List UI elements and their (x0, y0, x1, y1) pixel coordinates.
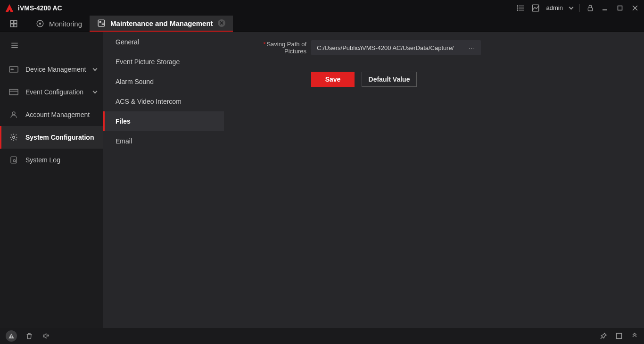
svg-point-5 (517, 9, 518, 10)
pin-icon[interactable] (600, 332, 607, 340)
chevron-down-icon (93, 89, 98, 94)
save-button[interactable]: Save (311, 72, 355, 87)
primary-sidebar: Device Management Event Configuration Ac… (0, 32, 103, 328)
volume-mute-icon[interactable] (41, 332, 50, 340)
tab-maintenance[interactable]: Maintenance and Management ✕ (90, 16, 233, 32)
sidebar-item-label: Event Configuration (25, 88, 83, 96)
close-window-button[interactable] (631, 4, 639, 12)
svg-point-17 (40, 23, 41, 25)
subnav-label: Alarm Sound (116, 78, 154, 85)
svg-rect-26 (9, 89, 18, 95)
sidebar-item-label: System Log (25, 156, 60, 164)
subnav-label: Email (116, 137, 132, 145)
svg-rect-7 (588, 8, 592, 11)
subnav-acs-video-intercom[interactable]: ACS & Video Intercom (103, 92, 224, 111)
svg-rect-9 (618, 6, 622, 10)
title-bar: iVMS-4200 AC admin (0, 0, 644, 16)
app-title: iVMS-4200 AC (18, 4, 62, 12)
tab-strip: Monitoring Maintenance and Management ✕ (0, 16, 644, 32)
content-pane: *Saving Path of Pictures C:/Users/Public… (224, 32, 644, 328)
subnav-general[interactable]: General (103, 32, 224, 52)
subnav-label: General (116, 38, 139, 46)
tab-label: Monitoring (49, 20, 82, 28)
subnav-alarm-sound[interactable]: Alarm Sound (103, 72, 224, 92)
subnav-email[interactable]: Email (103, 131, 224, 151)
user-icon (8, 109, 19, 120)
app-logo-icon (5, 3, 14, 13)
svg-point-4 (517, 8, 518, 8)
svg-point-24 (11, 69, 12, 70)
default-value-button[interactable]: Default Value (362, 72, 417, 87)
saving-path-input[interactable]: C:/Users/Public/iVMS-4200 AC/UserData/Ca… (311, 40, 481, 55)
svg-point-25 (13, 69, 14, 70)
picture-icon[interactable] (531, 4, 540, 12)
settings-subnav: General Event Picture Storage Alarm Soun… (103, 32, 224, 328)
gear-icon (8, 132, 19, 143)
browse-icon[interactable]: ··· (469, 44, 475, 51)
sidebar-item-event-configuration[interactable]: Event Configuration (0, 81, 103, 103)
saving-path-label: *Saving Path of Pictures (240, 41, 306, 55)
sidebar-item-device-management[interactable]: Device Management (0, 58, 103, 81)
restore-icon[interactable] (616, 333, 622, 339)
lock-icon[interactable] (586, 4, 594, 12)
menu-icon[interactable] (10, 41, 19, 50)
expand-up-icon[interactable] (631, 332, 638, 340)
sidebar-item-system-configuration[interactable]: System Configuration (0, 126, 103, 149)
subnav-label: Event Picture Storage (116, 58, 180, 66)
alarm-icon[interactable] (6, 330, 17, 342)
tab-label: Maintenance and Management (110, 19, 213, 27)
svg-rect-34 (11, 337, 11, 337)
tab-monitoring[interactable]: Monitoring (28, 16, 90, 32)
status-bar (0, 328, 644, 344)
sidebar-item-label: System Configuration (25, 134, 94, 141)
user-menu-caret[interactable] (569, 5, 574, 9)
saving-path-value: C:/Users/Public/iVMS-4200 AC/UserData/Ca… (317, 44, 454, 51)
current-user[interactable]: admin (546, 4, 563, 11)
svg-rect-33 (11, 335, 11, 337)
home-button[interactable] (7, 16, 21, 32)
sidebar-item-label: Account Management (25, 111, 90, 118)
card-icon (8, 87, 19, 97)
svg-point-19 (99, 21, 101, 23)
svg-rect-14 (10, 24, 13, 27)
subnav-label: ACS & Video Intercom (116, 98, 182, 105)
subnav-event-picture-storage[interactable]: Event Picture Storage (103, 52, 224, 72)
trash-icon[interactable] (25, 332, 33, 340)
required-star: * (263, 41, 265, 48)
separator (579, 4, 580, 12)
svg-rect-12 (10, 20, 13, 23)
device-icon (8, 64, 19, 75)
subnav-files[interactable]: Files (103, 111, 224, 131)
svg-rect-37 (617, 334, 622, 339)
log-icon (8, 155, 19, 165)
sidebar-item-system-log[interactable]: System Log (0, 149, 103, 171)
sidebar-item-label: Device Management (25, 66, 86, 73)
svg-line-32 (15, 161, 16, 162)
chevron-down-icon (93, 67, 98, 71)
tab-close-button[interactable]: ✕ (218, 19, 225, 27)
svg-point-28 (12, 112, 15, 115)
svg-rect-13 (14, 20, 17, 23)
svg-point-29 (13, 136, 15, 139)
sidebar-item-account-management[interactable]: Account Management (0, 103, 103, 126)
list-icon[interactable] (516, 4, 525, 12)
subnav-label: Files (116, 117, 131, 125)
maximize-button[interactable] (616, 4, 624, 12)
svg-rect-15 (14, 24, 17, 27)
minimize-button[interactable] (601, 4, 609, 12)
svg-point-3 (517, 5, 518, 6)
